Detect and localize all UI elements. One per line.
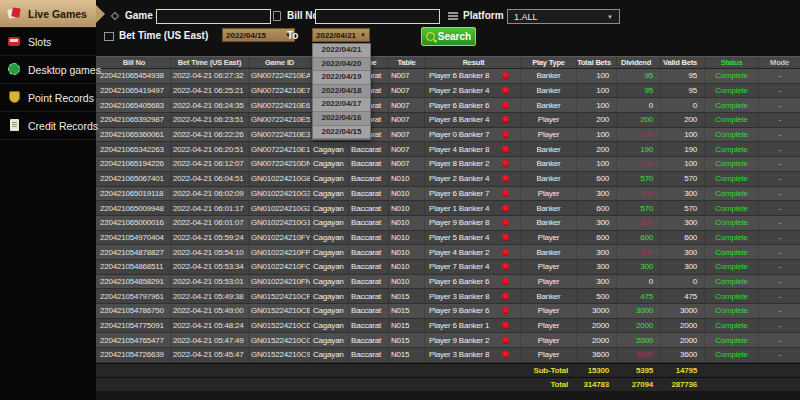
cell-type: Baccarat — [348, 231, 388, 245]
cell-dividend: -300 — [616, 216, 660, 230]
cell-bill-no: 220421054726639 — [96, 348, 170, 362]
records-table: Bill NoBet Time (US East)Game IDCasinoTy… — [96, 56, 800, 391]
cell-bet-time: 2022-04-21 06:01:07 — [170, 216, 248, 230]
cell-game-id: GN010224210G3 — [248, 187, 310, 201]
cell-bill-no: 220421065067401 — [96, 172, 170, 186]
cell-mode: - — [758, 157, 800, 171]
sidebar-item-slots[interactable]: Slots — [0, 28, 96, 56]
bill-no-input[interactable] — [315, 9, 440, 24]
point-records-icon — [7, 91, 22, 104]
cell-game-id: GN007224210E5 — [248, 113, 310, 127]
cell-total-bets: 300 — [576, 275, 616, 289]
cell-bet-time: 2022-04-21 05:45:47 — [170, 348, 248, 362]
cell-valid-bets: 475 — [660, 289, 704, 303]
cell-bill-no: 220421065000016 — [96, 216, 170, 230]
date-option[interactable]: 2022/04/17 — [313, 98, 370, 112]
cell-status: Complete — [704, 172, 758, 186]
result-replay-dot-icon[interactable] — [502, 87, 509, 94]
cell-total-bets: 300 — [576, 245, 616, 259]
result-replay-dot-icon[interactable] — [502, 102, 509, 109]
cell-game-id: GN015224210CE — [248, 304, 310, 318]
bet-time-to-select[interactable]: 2022/04/21 ▼ — [312, 28, 370, 42]
cell-total-bets: 200 — [576, 113, 616, 127]
platform-select[interactable]: 1.ALL ▼ — [507, 9, 620, 24]
sidebar-item-label: Live Games — [28, 8, 87, 20]
cell-bet-time: 2022-04-21 05:53:01 — [170, 275, 248, 289]
cell-bet-time: 2022-04-21 06:22:26 — [170, 128, 248, 142]
total-valid-bets: 287736 — [660, 378, 704, 391]
result-replay-dot-icon[interactable] — [502, 219, 509, 226]
cell-game-id: GN007224210E6 — [248, 98, 310, 112]
cell-table: N010 — [388, 260, 424, 274]
cell-type: Baccarat — [348, 172, 388, 186]
cell-dividend: 300 — [616, 260, 660, 274]
result-replay-dot-icon[interactable] — [502, 351, 509, 358]
result-replay-dot-icon[interactable] — [502, 249, 509, 256]
cell-play-type: Banker — [520, 84, 576, 98]
result-replay-dot-icon[interactable] — [502, 160, 509, 167]
cell-table: N010 — [388, 245, 424, 259]
result-replay-dot-icon[interactable] — [502, 337, 509, 344]
cell-type: Baccarat — [348, 201, 388, 215]
result-replay-dot-icon[interactable] — [502, 116, 509, 123]
cell-total-bets: 300 — [576, 260, 616, 274]
date-option[interactable]: 2022/04/21 — [313, 44, 370, 58]
cell-valid-bets: 300 — [660, 216, 704, 230]
column-header-play-type: Play Type — [520, 57, 576, 68]
cell-table: N007 — [388, 84, 424, 98]
search-button[interactable]: Search — [421, 27, 476, 46]
cell-bill-no: 220421065360061 — [96, 128, 170, 142]
cell-result: Player 2 Banker 4 — [424, 172, 520, 186]
cell-total-bets: 100 — [576, 69, 616, 83]
sidebar-item-desktop-games[interactable]: Desktop games — [0, 56, 96, 84]
sidebar-item-label: Point Records — [28, 92, 94, 104]
result-replay-dot-icon[interactable] — [502, 146, 509, 153]
cell-table: N015 — [388, 333, 424, 347]
cell-bet-time: 2022-04-21 06:20:51 — [170, 142, 248, 156]
game-id-input[interactable] — [156, 9, 271, 24]
cell-status: Complete — [704, 260, 758, 274]
cell-status: Complete — [704, 201, 758, 215]
cell-play-type: Player — [520, 128, 576, 142]
result-replay-dot-icon[interactable] — [502, 190, 509, 197]
sidebar-item-live-games[interactable]: Live Games — [0, 0, 96, 28]
cell-play-type: Player — [520, 275, 576, 289]
result-replay-dot-icon[interactable] — [502, 131, 509, 138]
cell-game-id: GN010224210G2 — [248, 201, 310, 215]
result-replay-dot-icon[interactable] — [502, 307, 509, 314]
result-replay-dot-icon[interactable] — [502, 234, 509, 241]
result-replay-dot-icon[interactable] — [502, 175, 509, 182]
result-replay-dot-icon[interactable] — [502, 72, 509, 79]
cell-mode: - — [758, 142, 800, 156]
cell-play-type: Banker — [520, 142, 576, 156]
cell-mode: - — [758, 289, 800, 303]
table-row: 2204210650191182022-04-21 06:02:09GN0102… — [96, 187, 800, 202]
cell-mode: - — [758, 260, 800, 274]
cell-casino: Cagayan — [310, 319, 348, 333]
cell-type: Baccarat — [348, 187, 388, 201]
cell-result: Player 5 Banker 4 — [424, 231, 520, 245]
bet-time-from-select[interactable]: 2022/04/15 ▼ — [222, 28, 295, 42]
result-replay-dot-icon[interactable] — [502, 322, 509, 329]
table-row: 2204210654549382022-04-21 06:27:32GN0072… — [96, 69, 800, 84]
date-option[interactable]: 2022/04/15 — [313, 126, 370, 140]
cell-play-type: Banker — [520, 245, 576, 259]
result-replay-dot-icon[interactable] — [502, 263, 509, 270]
date-option[interactable]: 2022/04/19 — [313, 71, 370, 85]
cell-total-bets: 2000 — [576, 333, 616, 347]
cell-play-type: Banker — [520, 216, 576, 230]
subtotal-row: Sub-Total 15300 5395 14795 — [96, 363, 800, 377]
sidebar-item-point-records[interactable]: Point Records — [0, 84, 96, 112]
cell-casino: Cagayan — [310, 187, 348, 201]
result-replay-dot-icon[interactable] — [502, 293, 509, 300]
cell-mode: - — [758, 304, 800, 318]
result-replay-dot-icon[interactable] — [502, 278, 509, 285]
cell-result: Player 1 Banker 4 — [424, 201, 520, 215]
date-option[interactable]: 2022/04/20 — [313, 58, 370, 72]
sidebar-item-credit-records[interactable]: Credit Records — [0, 112, 96, 140]
result-replay-dot-icon[interactable] — [502, 205, 509, 212]
cell-table: N010 — [388, 172, 424, 186]
cell-play-type: Banker — [520, 172, 576, 186]
date-option[interactable]: 2022/04/18 — [313, 85, 370, 99]
date-option[interactable]: 2022/04/16 — [313, 112, 370, 126]
